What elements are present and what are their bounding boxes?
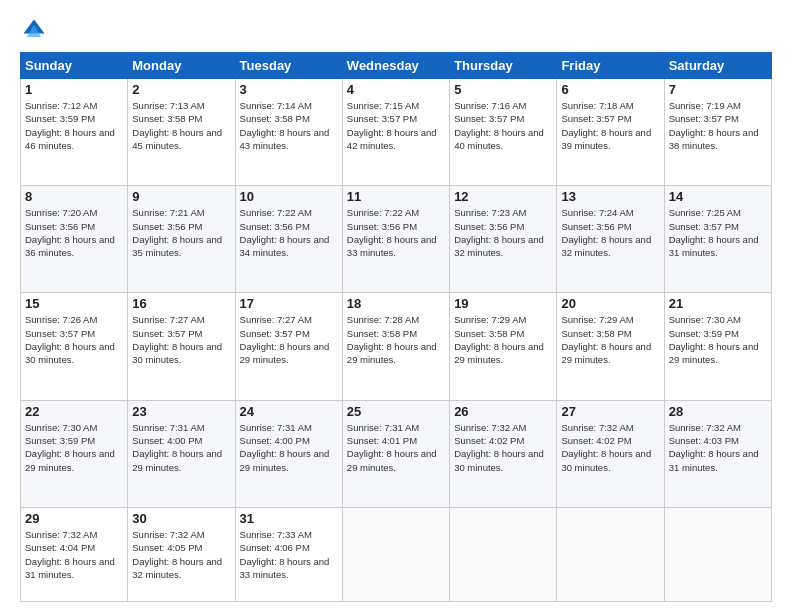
cell-info: Sunrise: 7:23 AMSunset: 3:56 PMDaylight:…	[454, 207, 544, 258]
column-header-saturday: Saturday	[664, 53, 771, 79]
cell-info: Sunrise: 7:13 AMSunset: 3:58 PMDaylight:…	[132, 100, 222, 151]
day-number: 15	[25, 296, 123, 311]
calendar-page: SundayMondayTuesdayWednesdayThursdayFrid…	[0, 0, 792, 612]
day-number: 5	[454, 82, 552, 97]
calendar-cell: 29 Sunrise: 7:32 AMSunset: 4:04 PMDaylig…	[21, 507, 128, 601]
day-number: 8	[25, 189, 123, 204]
cell-info: Sunrise: 7:30 AMSunset: 3:59 PMDaylight:…	[25, 422, 115, 473]
calendar-week-row: 1 Sunrise: 7:12 AMSunset: 3:59 PMDayligh…	[21, 79, 772, 186]
cell-info: Sunrise: 7:31 AMSunset: 4:00 PMDaylight:…	[240, 422, 330, 473]
calendar-cell: 28 Sunrise: 7:32 AMSunset: 4:03 PMDaylig…	[664, 400, 771, 507]
cell-info: Sunrise: 7:32 AMSunset: 4:03 PMDaylight:…	[669, 422, 759, 473]
cell-info: Sunrise: 7:26 AMSunset: 3:57 PMDaylight:…	[25, 314, 115, 365]
day-number: 6	[561, 82, 659, 97]
day-number: 14	[669, 189, 767, 204]
calendar-cell: 14 Sunrise: 7:25 AMSunset: 3:57 PMDaylig…	[664, 186, 771, 293]
cell-info: Sunrise: 7:32 AMSunset: 4:02 PMDaylight:…	[561, 422, 651, 473]
cell-info: Sunrise: 7:31 AMSunset: 4:00 PMDaylight:…	[132, 422, 222, 473]
day-number: 25	[347, 404, 445, 419]
calendar-header-row: SundayMondayTuesdayWednesdayThursdayFrid…	[21, 53, 772, 79]
cell-info: Sunrise: 7:28 AMSunset: 3:58 PMDaylight:…	[347, 314, 437, 365]
cell-info: Sunrise: 7:22 AMSunset: 3:56 PMDaylight:…	[240, 207, 330, 258]
day-number: 11	[347, 189, 445, 204]
calendar-cell: 5 Sunrise: 7:16 AMSunset: 3:57 PMDayligh…	[450, 79, 557, 186]
logo-icon	[20, 16, 48, 44]
day-number: 12	[454, 189, 552, 204]
calendar-week-row: 29 Sunrise: 7:32 AMSunset: 4:04 PMDaylig…	[21, 507, 772, 601]
cell-info: Sunrise: 7:24 AMSunset: 3:56 PMDaylight:…	[561, 207, 651, 258]
calendar-cell: 4 Sunrise: 7:15 AMSunset: 3:57 PMDayligh…	[342, 79, 449, 186]
cell-info: Sunrise: 7:19 AMSunset: 3:57 PMDaylight:…	[669, 100, 759, 151]
calendar-cell: 11 Sunrise: 7:22 AMSunset: 3:56 PMDaylig…	[342, 186, 449, 293]
calendar-cell: 19 Sunrise: 7:29 AMSunset: 3:58 PMDaylig…	[450, 293, 557, 400]
cell-info: Sunrise: 7:16 AMSunset: 3:57 PMDaylight:…	[454, 100, 544, 151]
calendar-cell: 30 Sunrise: 7:32 AMSunset: 4:05 PMDaylig…	[128, 507, 235, 601]
day-number: 10	[240, 189, 338, 204]
cell-info: Sunrise: 7:33 AMSunset: 4:06 PMDaylight:…	[240, 529, 330, 580]
calendar-cell: 17 Sunrise: 7:27 AMSunset: 3:57 PMDaylig…	[235, 293, 342, 400]
column-header-sunday: Sunday	[21, 53, 128, 79]
cell-info: Sunrise: 7:14 AMSunset: 3:58 PMDaylight:…	[240, 100, 330, 151]
calendar-cell: 24 Sunrise: 7:31 AMSunset: 4:00 PMDaylig…	[235, 400, 342, 507]
calendar-cell: 15 Sunrise: 7:26 AMSunset: 3:57 PMDaylig…	[21, 293, 128, 400]
calendar-table: SundayMondayTuesdayWednesdayThursdayFrid…	[20, 52, 772, 602]
cell-info: Sunrise: 7:25 AMSunset: 3:57 PMDaylight:…	[669, 207, 759, 258]
cell-info: Sunrise: 7:32 AMSunset: 4:05 PMDaylight:…	[132, 529, 222, 580]
day-number: 19	[454, 296, 552, 311]
day-number: 18	[347, 296, 445, 311]
calendar-cell: 31 Sunrise: 7:33 AMSunset: 4:06 PMDaylig…	[235, 507, 342, 601]
cell-info: Sunrise: 7:12 AMSunset: 3:59 PMDaylight:…	[25, 100, 115, 151]
calendar-cell: 2 Sunrise: 7:13 AMSunset: 3:58 PMDayligh…	[128, 79, 235, 186]
column-header-tuesday: Tuesday	[235, 53, 342, 79]
calendar-week-row: 8 Sunrise: 7:20 AMSunset: 3:56 PMDayligh…	[21, 186, 772, 293]
day-number: 29	[25, 511, 123, 526]
cell-info: Sunrise: 7:21 AMSunset: 3:56 PMDaylight:…	[132, 207, 222, 258]
calendar-cell: 16 Sunrise: 7:27 AMSunset: 3:57 PMDaylig…	[128, 293, 235, 400]
cell-info: Sunrise: 7:20 AMSunset: 3:56 PMDaylight:…	[25, 207, 115, 258]
calendar-cell: 26 Sunrise: 7:32 AMSunset: 4:02 PMDaylig…	[450, 400, 557, 507]
cell-info: Sunrise: 7:31 AMSunset: 4:01 PMDaylight:…	[347, 422, 437, 473]
logo	[20, 16, 52, 44]
day-number: 16	[132, 296, 230, 311]
calendar-cell: 18 Sunrise: 7:28 AMSunset: 3:58 PMDaylig…	[342, 293, 449, 400]
cell-info: Sunrise: 7:27 AMSunset: 3:57 PMDaylight:…	[132, 314, 222, 365]
day-number: 28	[669, 404, 767, 419]
calendar-cell	[342, 507, 449, 601]
calendar-cell: 9 Sunrise: 7:21 AMSunset: 3:56 PMDayligh…	[128, 186, 235, 293]
column-header-monday: Monday	[128, 53, 235, 79]
calendar-cell: 22 Sunrise: 7:30 AMSunset: 3:59 PMDaylig…	[21, 400, 128, 507]
column-header-thursday: Thursday	[450, 53, 557, 79]
day-number: 27	[561, 404, 659, 419]
cell-info: Sunrise: 7:30 AMSunset: 3:59 PMDaylight:…	[669, 314, 759, 365]
cell-info: Sunrise: 7:15 AMSunset: 3:57 PMDaylight:…	[347, 100, 437, 151]
day-number: 20	[561, 296, 659, 311]
day-number: 1	[25, 82, 123, 97]
calendar-cell: 12 Sunrise: 7:23 AMSunset: 3:56 PMDaylig…	[450, 186, 557, 293]
calendar-cell: 1 Sunrise: 7:12 AMSunset: 3:59 PMDayligh…	[21, 79, 128, 186]
day-number: 31	[240, 511, 338, 526]
day-number: 24	[240, 404, 338, 419]
calendar-cell: 13 Sunrise: 7:24 AMSunset: 3:56 PMDaylig…	[557, 186, 664, 293]
day-number: 2	[132, 82, 230, 97]
day-number: 3	[240, 82, 338, 97]
calendar-cell: 20 Sunrise: 7:29 AMSunset: 3:58 PMDaylig…	[557, 293, 664, 400]
cell-info: Sunrise: 7:29 AMSunset: 3:58 PMDaylight:…	[454, 314, 544, 365]
calendar-cell: 3 Sunrise: 7:14 AMSunset: 3:58 PMDayligh…	[235, 79, 342, 186]
calendar-week-row: 15 Sunrise: 7:26 AMSunset: 3:57 PMDaylig…	[21, 293, 772, 400]
day-number: 23	[132, 404, 230, 419]
day-number: 17	[240, 296, 338, 311]
day-number: 7	[669, 82, 767, 97]
calendar-week-row: 22 Sunrise: 7:30 AMSunset: 3:59 PMDaylig…	[21, 400, 772, 507]
column-header-friday: Friday	[557, 53, 664, 79]
calendar-cell	[664, 507, 771, 601]
cell-info: Sunrise: 7:27 AMSunset: 3:57 PMDaylight:…	[240, 314, 330, 365]
day-number: 21	[669, 296, 767, 311]
calendar-cell: 10 Sunrise: 7:22 AMSunset: 3:56 PMDaylig…	[235, 186, 342, 293]
cell-info: Sunrise: 7:32 AMSunset: 4:04 PMDaylight:…	[25, 529, 115, 580]
column-header-wednesday: Wednesday	[342, 53, 449, 79]
cell-info: Sunrise: 7:29 AMSunset: 3:58 PMDaylight:…	[561, 314, 651, 365]
day-number: 9	[132, 189, 230, 204]
calendar-cell: 8 Sunrise: 7:20 AMSunset: 3:56 PMDayligh…	[21, 186, 128, 293]
page-header	[20, 16, 772, 44]
calendar-cell: 7 Sunrise: 7:19 AMSunset: 3:57 PMDayligh…	[664, 79, 771, 186]
